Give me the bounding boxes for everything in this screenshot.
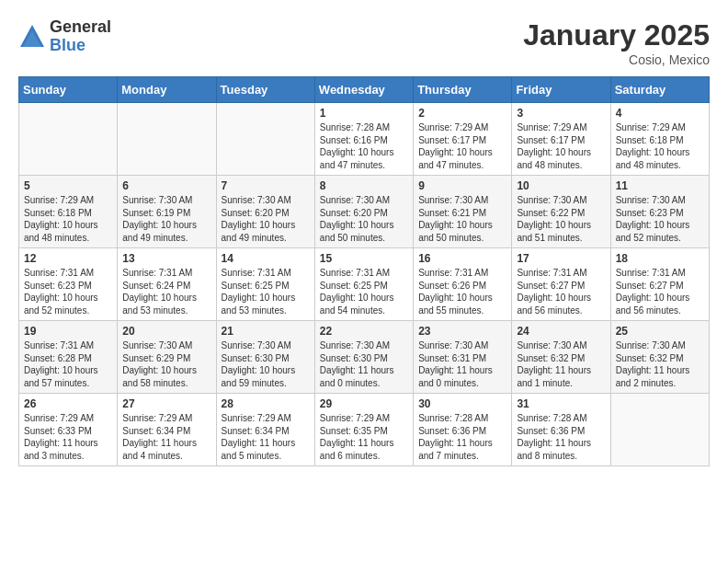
day-info: Sunrise: 7:29 AM Sunset: 6:33 PM Dayligh… (24, 412, 112, 462)
calendar-cell: 10Sunrise: 7:30 AM Sunset: 6:22 PM Dayli… (512, 176, 610, 248)
day-number: 20 (122, 325, 210, 338)
calendar-cell: 20Sunrise: 7:30 AM Sunset: 6:29 PM Dayli… (118, 321, 216, 394)
day-info: Sunrise: 7:30 AM Sunset: 6:30 PM Dayligh… (320, 339, 408, 389)
day-info: Sunrise: 7:31 AM Sunset: 6:25 PM Dayligh… (222, 267, 310, 316)
day-info: Sunrise: 7:29 AM Sunset: 6:18 PM Dayligh… (24, 194, 112, 244)
calendar-cell: 11Sunrise: 7:30 AM Sunset: 6:23 PM Dayli… (610, 176, 709, 248)
day-header-wednesday: Wednesday (314, 77, 413, 103)
calendar-cell: 16Sunrise: 7:31 AM Sunset: 6:26 PM Dayli… (414, 248, 512, 321)
day-number: 10 (517, 179, 605, 192)
day-number: 24 (517, 325, 605, 338)
day-info: Sunrise: 7:29 AM Sunset: 6:17 PM Dayligh… (517, 121, 605, 171)
calendar-cell: 23Sunrise: 7:30 AM Sunset: 6:31 PM Dayli… (414, 321, 512, 394)
day-number: 14 (222, 252, 310, 265)
day-number: 11 (616, 179, 704, 192)
day-number: 21 (222, 325, 310, 338)
calendar-week-row: 19Sunrise: 7:31 AM Sunset: 6:28 PM Dayli… (19, 321, 710, 394)
day-info: Sunrise: 7:30 AM Sunset: 6:31 PM Dayligh… (418, 339, 506, 389)
day-header-monday: Monday (118, 77, 216, 103)
calendar-cell (610, 394, 709, 466)
calendar-table: SundayMondayTuesdayWednesdayThursdayFrid… (18, 76, 710, 466)
calendar-cell (19, 103, 118, 176)
day-info: Sunrise: 7:30 AM Sunset: 6:32 PM Dayligh… (517, 339, 605, 389)
calendar-cell: 28Sunrise: 7:29 AM Sunset: 6:34 PM Dayli… (216, 394, 314, 466)
day-info: Sunrise: 7:29 AM Sunset: 6:18 PM Dayligh… (616, 121, 704, 171)
calendar-cell (216, 103, 314, 176)
day-header-saturday: Saturday (610, 77, 709, 103)
calendar-cell: 1Sunrise: 7:28 AM Sunset: 6:16 PM Daylig… (314, 103, 413, 176)
day-number: 30 (418, 397, 506, 410)
calendar-cell: 2Sunrise: 7:29 AM Sunset: 6:17 PM Daylig… (414, 103, 512, 176)
day-number: 4 (616, 107, 704, 120)
calendar-cell: 8Sunrise: 7:30 AM Sunset: 6:20 PM Daylig… (314, 176, 413, 248)
logo: General Blue (18, 18, 111, 55)
calendar-cell: 24Sunrise: 7:30 AM Sunset: 6:32 PM Dayli… (512, 321, 610, 394)
day-number: 31 (517, 397, 605, 410)
calendar-header-row: SundayMondayTuesdayWednesdayThursdayFrid… (19, 77, 710, 103)
day-info: Sunrise: 7:29 AM Sunset: 6:34 PM Dayligh… (122, 412, 210, 462)
calendar-cell: 5Sunrise: 7:29 AM Sunset: 6:18 PM Daylig… (19, 176, 118, 248)
calendar-cell: 27Sunrise: 7:29 AM Sunset: 6:34 PM Dayli… (118, 394, 216, 466)
day-info: Sunrise: 7:30 AM Sunset: 6:20 PM Dayligh… (222, 194, 310, 244)
day-number: 28 (222, 397, 310, 410)
day-number: 29 (320, 397, 408, 410)
calendar-week-row: 26Sunrise: 7:29 AM Sunset: 6:33 PM Dayli… (19, 394, 710, 466)
logo-icon (18, 23, 46, 51)
calendar-cell: 4Sunrise: 7:29 AM Sunset: 6:18 PM Daylig… (610, 103, 709, 176)
logo-blue: Blue (50, 37, 111, 55)
calendar-cell: 26Sunrise: 7:29 AM Sunset: 6:33 PM Dayli… (19, 394, 118, 466)
day-info: Sunrise: 7:31 AM Sunset: 6:26 PM Dayligh… (418, 267, 506, 316)
day-info: Sunrise: 7:31 AM Sunset: 6:23 PM Dayligh… (24, 267, 112, 316)
calendar-cell: 7Sunrise: 7:30 AM Sunset: 6:20 PM Daylig… (216, 176, 314, 248)
day-info: Sunrise: 7:31 AM Sunset: 6:28 PM Dayligh… (24, 339, 112, 389)
calendar-cell: 15Sunrise: 7:31 AM Sunset: 6:25 PM Dayli… (314, 248, 413, 321)
calendar-cell: 18Sunrise: 7:31 AM Sunset: 6:27 PM Dayli… (610, 248, 709, 321)
day-info: Sunrise: 7:31 AM Sunset: 6:25 PM Dayligh… (320, 267, 408, 316)
day-number: 5 (24, 179, 112, 192)
calendar-cell: 30Sunrise: 7:28 AM Sunset: 6:36 PM Dayli… (414, 394, 512, 466)
month-title: January 2025 (523, 18, 710, 52)
day-number: 15 (320, 252, 408, 265)
calendar-cell: 9Sunrise: 7:30 AM Sunset: 6:21 PM Daylig… (414, 176, 512, 248)
day-number: 25 (616, 325, 704, 338)
calendar-week-row: 12Sunrise: 7:31 AM Sunset: 6:23 PM Dayli… (19, 248, 710, 321)
day-info: Sunrise: 7:28 AM Sunset: 6:16 PM Dayligh… (320, 121, 408, 171)
calendar-cell: 17Sunrise: 7:31 AM Sunset: 6:27 PM Dayli… (512, 248, 610, 321)
calendar-cell: 29Sunrise: 7:29 AM Sunset: 6:35 PM Dayli… (314, 394, 413, 466)
day-info: Sunrise: 7:31 AM Sunset: 6:24 PM Dayligh… (122, 267, 210, 316)
day-number: 17 (517, 252, 605, 265)
day-info: Sunrise: 7:29 AM Sunset: 6:34 PM Dayligh… (222, 412, 310, 462)
day-number: 7 (222, 179, 310, 192)
day-info: Sunrise: 7:31 AM Sunset: 6:27 PM Dayligh… (616, 267, 704, 316)
day-number: 3 (517, 107, 605, 120)
day-info: Sunrise: 7:29 AM Sunset: 6:35 PM Dayligh… (320, 412, 408, 462)
day-info: Sunrise: 7:30 AM Sunset: 6:32 PM Dayligh… (616, 339, 704, 389)
day-number: 6 (122, 179, 210, 192)
day-number: 27 (122, 397, 210, 410)
calendar-cell: 6Sunrise: 7:30 AM Sunset: 6:19 PM Daylig… (118, 176, 216, 248)
calendar-week-row: 5Sunrise: 7:29 AM Sunset: 6:18 PM Daylig… (19, 176, 710, 248)
day-number: 16 (418, 252, 506, 265)
day-number: 8 (320, 179, 408, 192)
calendar-cell: 3Sunrise: 7:29 AM Sunset: 6:17 PM Daylig… (512, 103, 610, 176)
day-info: Sunrise: 7:30 AM Sunset: 6:20 PM Dayligh… (320, 194, 408, 244)
day-header-tuesday: Tuesday (216, 77, 314, 103)
day-info: Sunrise: 7:30 AM Sunset: 6:22 PM Dayligh… (517, 194, 605, 244)
calendar-cell: 25Sunrise: 7:30 AM Sunset: 6:32 PM Dayli… (610, 321, 709, 394)
title-block: January 2025 Cosio, Mexico (523, 18, 710, 67)
calendar-cell: 12Sunrise: 7:31 AM Sunset: 6:23 PM Dayli… (19, 248, 118, 321)
day-header-thursday: Thursday (414, 77, 512, 103)
day-info: Sunrise: 7:30 AM Sunset: 6:21 PM Dayligh… (418, 194, 506, 244)
day-header-sunday: Sunday (19, 77, 118, 103)
day-info: Sunrise: 7:30 AM Sunset: 6:30 PM Dayligh… (222, 339, 310, 389)
calendar-cell: 21Sunrise: 7:30 AM Sunset: 6:30 PM Dayli… (216, 321, 314, 394)
logo-text: General Blue (50, 18, 111, 55)
day-number: 13 (122, 252, 210, 265)
location: Cosio, Mexico (523, 52, 710, 67)
calendar-week-row: 1Sunrise: 7:28 AM Sunset: 6:16 PM Daylig… (19, 103, 710, 176)
calendar-cell: 13Sunrise: 7:31 AM Sunset: 6:24 PM Dayli… (118, 248, 216, 321)
day-number: 22 (320, 325, 408, 338)
calendar-cell: 14Sunrise: 7:31 AM Sunset: 6:25 PM Dayli… (216, 248, 314, 321)
calendar-cell: 31Sunrise: 7:28 AM Sunset: 6:36 PM Dayli… (512, 394, 610, 466)
day-number: 1 (320, 107, 408, 120)
